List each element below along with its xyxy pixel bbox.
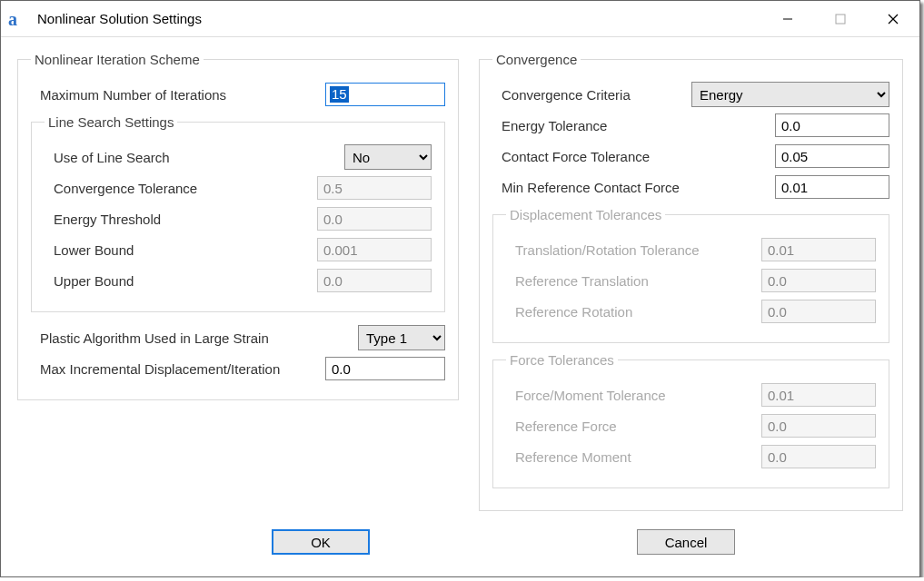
fm-tol-label: Force/Moment Tolerance [506,388,761,403]
nonlinear-iteration-group: Nonlinear Iteration Scheme Maximum Numbe… [17,52,459,400]
group-label: Displacement Tolerances [506,207,665,222]
cancel-button[interactable]: Cancel [637,529,735,555]
criteria-select[interactable]: Energy [691,82,889,107]
dialog-window: a Nonlinear Solution Settings Nonlinear … [0,0,920,577]
svg-rect-1 [836,15,845,24]
group-label: Line Search Settings [45,114,177,130]
min-ref-cf-input[interactable] [775,175,889,199]
button-row: OK Cancel [17,529,903,567]
ref-rot-input [761,300,876,323]
fm-tol-input [761,383,876,407]
close-button[interactable] [867,1,919,37]
energy-tol-label: Energy Tolerance [492,118,775,133]
ref-tr-input [761,269,876,292]
group-label: Force Tolerances [506,352,618,368]
contact-tol-label: Contact Force Tolerance [492,149,775,164]
energy-threshold-label: Energy Threshold [45,212,317,227]
plastic-alg-label: Plastic Algorithm Used in Large Strain [31,330,358,346]
minimize-button[interactable] [761,1,814,37]
group-label: Convergence [492,52,581,67]
max-iterations-label: Maximum Number of Iterations [31,87,325,103]
lower-bound-label: Lower Bound [45,242,317,258]
force-tol-group: Force Tolerances Force/Moment Tolerance … [492,352,889,488]
tr-tol-input [761,238,876,261]
ref-m-label: Reference Moment [506,449,761,465]
criteria-label: Convergence Criteria [492,87,691,103]
ok-button[interactable]: OK [272,529,370,555]
conv-tol-input [317,176,432,200]
app-icon: a [8,10,26,28]
title-bar: a Nonlinear Solution Settings [1,1,919,37]
window-title: Nonlinear Solution Settings [37,11,761,26]
upper-bound-input [317,269,432,292]
ref-f-input [761,414,876,438]
max-iterations-value: 15 [330,86,349,103]
use-line-search-select[interactable]: No [344,144,432,170]
max-iterations-input[interactable]: 15 [325,83,445,106]
max-inc-disp-input[interactable] [325,357,445,380]
ref-rot-label: Reference Rotation [506,304,761,320]
displacement-tol-group: Displacement Tolerances Translation/Rota… [492,207,889,343]
conv-tol-label: Convergence Tolerance [45,181,317,196]
ref-f-label: Reference Force [506,419,761,434]
contact-tol-input[interactable] [775,144,889,168]
max-inc-disp-label: Max Incremental Displacement/Iteration [31,361,325,377]
energy-threshold-input [317,207,432,231]
use-line-search-label: Use of Line Search [45,150,344,165]
plastic-alg-select[interactable]: Type 1 [358,325,445,350]
upper-bound-label: Upper Bound [45,273,317,289]
min-ref-cf-label: Min Reference Contact Force [492,180,775,195]
convergence-group: Convergence Convergence Criteria Energy … [479,52,903,511]
group-label: Nonlinear Iteration Scheme [31,52,204,67]
dialog-content: Nonlinear Iteration Scheme Maximum Numbe… [1,37,919,576]
energy-tol-input[interactable] [775,113,889,137]
tr-tol-label: Translation/Rotation Tolerance [506,242,761,258]
line-search-group: Line Search Settings Use of Line Search … [31,114,445,312]
lower-bound-input [317,238,432,261]
ref-m-input [761,445,876,468]
ref-tr-label: Reference Translation [506,273,761,289]
maximize-button [814,1,867,37]
